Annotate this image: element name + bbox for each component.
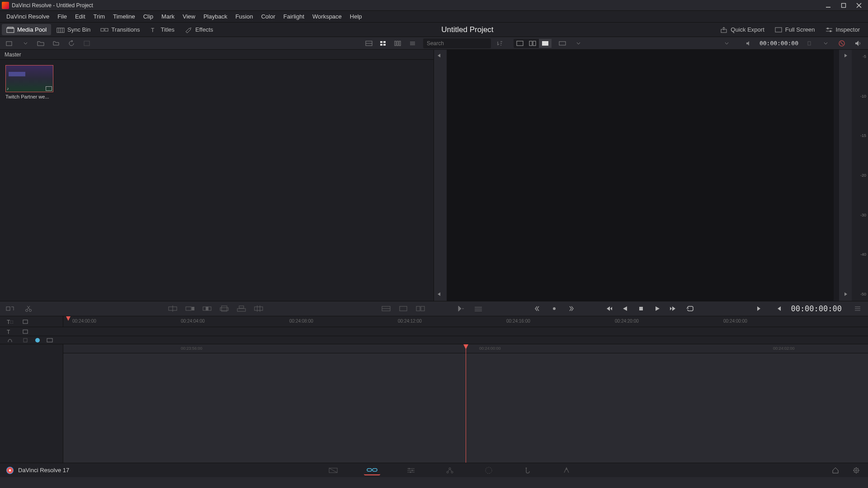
list-view-button[interactable] — [407, 39, 418, 48]
clip-thumbnail[interactable]: ♪ Twitch Partner we... — [5, 65, 53, 99]
menu-playback[interactable]: Playback — [200, 12, 231, 21]
next-edit-button[interactable] — [564, 303, 577, 314]
quick-export-button[interactable]: Quick Export — [715, 24, 769, 35]
import-media-button[interactable] — [5, 39, 15, 48]
source-viewer[interactable] — [447, 50, 834, 301]
audio-track-icon[interactable] — [44, 336, 55, 345]
metadata-view-button[interactable] — [363, 39, 374, 48]
sort-button[interactable] — [495, 39, 505, 48]
go-end-button[interactable] — [667, 303, 680, 314]
full-screen-button[interactable]: Full Screen — [770, 24, 820, 35]
jog-button[interactable] — [547, 303, 561, 314]
play-button[interactable] — [651, 303, 664, 314]
inspector-button[interactable]: Inspector — [821, 24, 864, 35]
source-tape-button[interactable] — [539, 39, 552, 48]
menu-trim[interactable]: Trim — [90, 12, 109, 21]
place-on-top-button[interactable] — [236, 303, 247, 314]
smart-insert-button[interactable] — [167, 303, 179, 314]
tools-1-button[interactable] — [380, 303, 392, 314]
minimize-button[interactable] — [825, 2, 832, 9]
project-settings-button[interactable] — [851, 466, 862, 475]
titles-button[interactable]: T Titles — [145, 24, 179, 35]
maximize-button[interactable] — [840, 2, 847, 9]
track-header-2[interactable] — [20, 327, 31, 336]
timeline-sync-button[interactable] — [20, 317, 31, 326]
aspect-dropdown[interactable] — [573, 39, 584, 48]
viewer-timecode[interactable]: 00:00:00:00 — [760, 40, 798, 47]
transitions-button[interactable]: Transitions — [96, 24, 144, 35]
bin-area[interactable]: ♪ Twitch Partner we... — [0, 60, 434, 301]
playhead-main[interactable] — [466, 344, 466, 463]
thumbnail-view-button[interactable] — [378, 39, 389, 48]
trim-mode-button[interactable] — [455, 303, 467, 314]
close-up-button[interactable] — [218, 303, 230, 314]
single-viewer-button[interactable] — [514, 39, 526, 48]
menu-timeline[interactable]: Timeline — [109, 12, 139, 21]
menu-fusion[interactable]: Fusion — [232, 12, 257, 21]
menu-davinci[interactable]: DaVinci Resolve — [3, 12, 53, 21]
fairlight-page-button[interactable] — [519, 465, 536, 475]
audio-toggle-icon[interactable] — [743, 39, 754, 48]
ripple-overwrite-button[interactable] — [201, 303, 213, 314]
expand-right-icon[interactable] — [842, 52, 849, 60]
playhead-upper[interactable] — [66, 316, 71, 321]
split-clip-button[interactable] — [23, 303, 34, 314]
close-button[interactable] — [855, 2, 863, 9]
timeline-timecode[interactable]: 00:00:00:00 — [791, 304, 846, 313]
import-folder-button[interactable] — [35, 39, 46, 48]
dual-viewer-button[interactable] — [526, 39, 539, 48]
prev-edit-button[interactable] — [531, 303, 545, 314]
timeline-lock-button[interactable]: T⬚ — [5, 317, 15, 326]
marker-tool-button[interactable] — [5, 336, 15, 345]
menu-clip[interactable]: Clip — [140, 12, 157, 21]
snap-icon[interactable] — [20, 336, 31, 345]
tools-2-button[interactable] — [397, 303, 409, 314]
refresh-button[interactable] — [66, 39, 77, 48]
edit-page-button[interactable] — [403, 465, 419, 475]
menu-edit[interactable]: Edit — [71, 12, 89, 21]
bypass-icon[interactable] — [836, 39, 847, 48]
search-input[interactable] — [427, 40, 487, 47]
prev-clip-button[interactable] — [772, 303, 785, 314]
expand-left-bottom-icon[interactable] — [437, 291, 444, 298]
expand-left-icon[interactable] — [437, 52, 444, 60]
loop-button[interactable] — [683, 303, 697, 314]
play-reverse-button[interactable] — [618, 303, 632, 314]
search-input-wrap[interactable] — [423, 38, 491, 48]
media-pool-button[interactable]: Media Pool — [2, 24, 51, 35]
home-button[interactable] — [830, 466, 841, 475]
timeline-options-button[interactable] — [852, 303, 863, 314]
menu-help[interactable]: Help — [346, 12, 366, 21]
sync-bin-button[interactable]: Sync Bin — [52, 24, 95, 35]
aspect-button[interactable] — [557, 39, 568, 48]
menu-color[interactable]: Color — [258, 12, 279, 21]
video-track-indicator[interactable] — [35, 338, 40, 343]
cut-page-button[interactable] — [364, 465, 380, 475]
chevron-down-icon[interactable] — [20, 39, 31, 48]
timeline-tracks[interactable]: 00:23:56:00 00:24:00:00 00:24:02:00 — [0, 344, 868, 463]
marker-icon[interactable] — [804, 39, 815, 48]
resolve-icon[interactable] — [81, 39, 92, 48]
effects-button[interactable]: Effects — [180, 24, 218, 35]
menu-view[interactable]: View — [179, 12, 199, 21]
stop-button[interactable] — [634, 303, 648, 314]
tools-3-button[interactable] — [415, 303, 426, 314]
bin-name[interactable]: Master — [0, 50, 434, 60]
options-chevron-icon[interactable] — [820, 39, 831, 48]
menu-file[interactable]: File — [54, 12, 71, 21]
speaker-icon[interactable] — [853, 39, 863, 48]
track-header-1[interactable]: T — [5, 327, 15, 336]
next-clip-button[interactable] — [753, 303, 766, 314]
menu-fairlight[interactable]: Fairlight — [280, 12, 308, 21]
source-overwrite-button[interactable] — [253, 303, 264, 314]
media-page-button[interactable] — [325, 465, 341, 475]
expand-right-bottom-icon[interactable] — [842, 291, 849, 298]
strip-view-button[interactable] — [392, 39, 403, 48]
menu-workspace[interactable]: Workspace — [309, 12, 345, 21]
deliver-page-button[interactable] — [558, 465, 575, 475]
color-page-button[interactable] — [481, 465, 497, 475]
timeline-ruler-upper[interactable]: 00:24:00:00 00:24:04:00 00:24:08:00 00:2… — [63, 316, 868, 327]
go-start-button[interactable] — [602, 303, 615, 314]
menu-mark[interactable]: Mark — [158, 12, 178, 21]
fusion-page-button[interactable] — [442, 465, 458, 475]
